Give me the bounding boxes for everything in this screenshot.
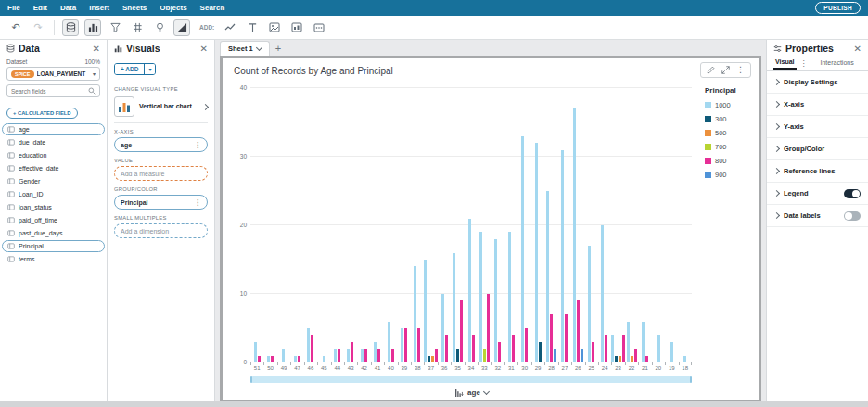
field-item-Principal[interactable]: Principal [2, 240, 105, 252]
property-row-y-axis[interactable]: Y-axis [767, 116, 868, 138]
bar-22-500[interactable] [631, 356, 633, 362]
bar-45-1000[interactable] [323, 356, 326, 362]
bar-22-1000[interactable] [627, 322, 630, 362]
bar-21-1000[interactable] [642, 322, 645, 362]
property-row-display-settings[interactable]: Display Settings [767, 71, 868, 94]
bar-19-1000[interactable] [670, 342, 673, 362]
legend-entry-700[interactable]: 700 [705, 143, 753, 151]
bar-33-1000[interactable] [479, 232, 482, 362]
chart-visual[interactable]: Count of Records by Age and Principal ⋮ … [220, 56, 761, 402]
toggle-legend[interactable] [844, 189, 861, 198]
kebab-menu-icon[interactable]: ⋮ [194, 198, 201, 207]
bar-28-800[interactable] [550, 314, 553, 362]
add-image-icon[interactable] [266, 19, 283, 36]
toggle-data-labels[interactable] [844, 211, 861, 221]
bar-30-800[interactable] [525, 328, 528, 362]
bar-42-1000[interactable] [361, 349, 364, 362]
menu-item-objects[interactable]: Objects [160, 4, 186, 12]
bar-18-1000[interactable] [683, 356, 686, 362]
field-item-past_due_days[interactable]: past_due_days [2, 227, 105, 239]
field-search[interactable] [6, 84, 100, 97]
bar-25-1000[interactable] [588, 246, 591, 362]
redo-icon[interactable]: ↷ [30, 19, 46, 36]
field-item-age[interactable]: age [2, 123, 105, 135]
menu-item-data[interactable]: Data [60, 4, 76, 12]
bar-28-1000[interactable] [546, 191, 549, 362]
field-item-Gender[interactable]: Gender [2, 175, 105, 187]
add-visual-button[interactable]: + ADD [115, 64, 144, 74]
bar-35-300[interactable] [456, 349, 459, 362]
menu-item-file[interactable]: File [7, 4, 20, 12]
legend-entry-800[interactable]: 800 [705, 157, 753, 165]
bar-23-1000[interactable] [611, 335, 614, 362]
bar-28-900[interactable] [554, 349, 556, 362]
bar-26-800[interactable] [577, 300, 580, 362]
well-group-color[interactable]: Principal⋮ [114, 195, 208, 210]
bar-27-800[interactable] [565, 314, 568, 362]
bar-39-1000[interactable] [401, 328, 403, 362]
calculated-field-button[interactable]: + CALCULATED FIELD [6, 108, 78, 119]
x-axis-scrollbar[interactable] [250, 376, 692, 383]
visual-menu-icon[interactable]: ⋮ [736, 67, 745, 73]
kebab-menu-icon[interactable]: ⋮ [194, 141, 201, 149]
bar-47-1000[interactable] [294, 356, 297, 362]
tab-interactions[interactable]: Interactions [819, 59, 856, 69]
bar-29-300[interactable] [539, 342, 542, 362]
bar-41-1000[interactable] [374, 342, 377, 362]
legend-entry-300[interactable]: 300 [705, 115, 753, 123]
property-row-group-color[interactable]: Group/Color [767, 138, 868, 160]
legend-entry-500[interactable]: 500 [705, 129, 753, 137]
undo-icon[interactable]: ↶ [7, 19, 24, 36]
bar-37-1000[interactable] [424, 260, 427, 362]
bar-32-1000[interactable] [494, 239, 497, 362]
bar-37-300[interactable] [428, 356, 430, 362]
close-icon[interactable]: ✕ [854, 44, 862, 54]
field-item-terms[interactable]: terms [2, 253, 105, 265]
bar-51-1000[interactable] [254, 342, 257, 362]
bar-40-1000[interactable] [388, 322, 390, 362]
bar-27-1000[interactable] [561, 150, 564, 362]
sheet-tab[interactable]: Sheet 1 [220, 41, 270, 56]
well-small-multiples[interactable]: Add a dimension [114, 223, 208, 238]
bar-40-800[interactable] [391, 349, 394, 362]
well-x-axis[interactable]: age⋮ [114, 137, 208, 152]
close-icon[interactable]: ✕ [200, 44, 208, 54]
well-value[interactable]: Add a measure [114, 166, 208, 181]
visual-type-selector[interactable]: Vertical bar chart [114, 95, 208, 123]
bar-41-800[interactable] [377, 349, 380, 362]
bar-26-900[interactable] [581, 349, 583, 362]
property-row-reference-lines[interactable]: Reference lines [767, 160, 868, 183]
bar-38-800[interactable] [417, 328, 420, 362]
field-item-Loan_ID[interactable]: Loan_ID [2, 188, 105, 200]
add-visual-caret[interactable]: ▾ [144, 64, 155, 74]
add-sheet-control-icon[interactable] [288, 19, 305, 36]
legend-entry-900[interactable]: 900 [705, 171, 753, 179]
menu-item-insert[interactable]: Insert [89, 4, 109, 12]
bar-33-700[interactable] [483, 349, 486, 362]
property-row-x-axis[interactable]: X-axis [767, 94, 868, 116]
bar-50-800[interactable] [271, 356, 274, 362]
publish-button[interactable]: PUBLISH [815, 2, 861, 14]
filter-icon[interactable] [107, 19, 123, 36]
menu-item-search[interactable]: Search [200, 4, 225, 12]
visuals-panel-toggle-icon[interactable] [84, 19, 101, 36]
add-visual-split-button[interactable]: + ADD ▾ [114, 63, 156, 75]
bar-47-800[interactable] [298, 356, 300, 362]
legend-entry-1000[interactable]: 1000 [705, 101, 753, 109]
field-item-due_date[interactable]: due_date [2, 136, 105, 148]
bar-34-800[interactable] [472, 335, 475, 362]
bar-25-800[interactable] [592, 342, 594, 362]
bar-38-1000[interactable] [414, 266, 416, 362]
menu-item-sheets[interactable]: Sheets [122, 4, 147, 12]
bar-30-1000[interactable] [521, 136, 524, 362]
format-visual-icon[interactable] [707, 66, 715, 74]
search-input[interactable] [11, 88, 88, 95]
property-row-legend[interactable]: Legend [767, 183, 868, 205]
bar-23-300[interactable] [615, 356, 618, 362]
bar-46-1000[interactable] [307, 328, 310, 362]
bar-24-800[interactable] [605, 335, 607, 362]
property-row-data-labels[interactable]: Data labels [767, 205, 868, 227]
close-icon[interactable]: ✕ [93, 44, 100, 54]
field-item-loan_status[interactable]: loan_status [2, 201, 105, 213]
tab-menu-icon[interactable]: ⋮ [800, 59, 808, 68]
